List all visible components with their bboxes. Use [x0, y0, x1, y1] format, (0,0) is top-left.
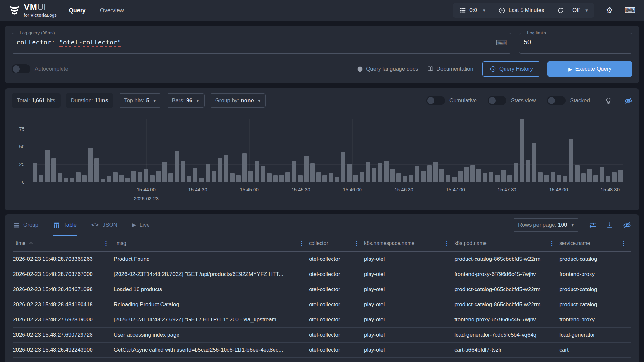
chart-bar[interactable]	[433, 162, 438, 182]
chart-bar[interactable]	[390, 169, 395, 182]
chart-bar[interactable]	[470, 165, 475, 182]
auto-refresh-selector[interactable]: Off ▾	[571, 7, 594, 14]
view-tab-group[interactable]: Group	[13, 214, 38, 236]
chart-bar[interactable]	[162, 162, 167, 182]
chart-bar[interactable]	[187, 176, 191, 182]
column-menu-icon[interactable]: ⋮	[444, 240, 454, 247]
chart-bar[interactable]	[427, 165, 432, 182]
table-row[interactable]: 2026-02-23 15:48:28.484190418Reloading P…	[13, 297, 631, 312]
view-tab-json[interactable]: <> JSON	[91, 214, 117, 236]
chart-bar[interactable]	[218, 158, 222, 182]
chart-bar[interactable]	[51, 158, 56, 182]
chart-bar[interactable]	[255, 161, 259, 182]
table-row[interactable]: 2026-02-23 15:48:26.488160400AddItemAsyn…	[13, 358, 631, 362]
chart-bar[interactable]	[45, 150, 50, 182]
chart-bar[interactable]	[119, 175, 124, 182]
shortcut-keys-button[interactable]: ⌨	[624, 6, 636, 14]
query-keyboard-icon[interactable]: ⌨	[496, 39, 507, 47]
chart-bar[interactable]	[261, 166, 265, 182]
table-row[interactable]: 2026-02-23 15:48:27.692819000[2026-02-23…	[13, 312, 631, 328]
chart-bar[interactable]	[156, 171, 161, 182]
settings-button[interactable]: ⚙	[606, 6, 613, 14]
query-language-docs-link[interactable]: Query language docs	[357, 66, 418, 72]
chart-bar[interactable]	[396, 173, 401, 182]
toggle-track[interactable]	[12, 64, 30, 73]
chart-bar[interactable]	[557, 175, 561, 182]
chart-bar[interactable]	[304, 156, 309, 182]
chart-bar[interactable]	[446, 175, 450, 182]
chart-bar[interactable]	[150, 175, 154, 182]
chart-bar[interactable]	[131, 171, 136, 182]
documentation-link[interactable]: Documentation	[427, 66, 473, 72]
rows-per-page-dropdown[interactable]: Rows per page: 100▾	[513, 218, 579, 232]
toggle-stacked[interactable]: Stacked	[547, 96, 590, 105]
chart-bar[interactable]	[125, 178, 130, 182]
table-row[interactable]: 2026-02-23 15:48:27.690729728User access…	[13, 328, 631, 343]
refresh-button[interactable]	[551, 7, 571, 14]
chart-bar[interactable]	[310, 163, 315, 182]
group-by-dropdown[interactable]: Group by: none▾	[210, 93, 266, 108]
chart-bar[interactable]	[575, 165, 580, 182]
chart-bar[interactable]	[520, 119, 524, 182]
chart-bar[interactable]	[329, 173, 333, 182]
table-row[interactable]: 2026-02-23 15:48:28.703767000[2026-02-23…	[13, 267, 631, 282]
chart-bar[interactable]	[279, 175, 284, 182]
chart-bar[interactable]	[384, 161, 389, 182]
chart-bar[interactable]	[514, 163, 518, 182]
chart-bar[interactable]	[70, 178, 74, 182]
column-menu-icon[interactable]: ⋮	[103, 240, 114, 247]
chart-bar[interactable]	[366, 162, 370, 182]
log-limits-value[interactable]: 50	[524, 38, 628, 46]
chart-bar[interactable]	[563, 176, 567, 182]
chart-bar[interactable]	[421, 171, 426, 182]
log-query-input[interactable]: Log query (98ms) collector: "otel-collec…	[12, 30, 511, 54]
hide-columns-button[interactable]	[623, 221, 631, 229]
column-menu-icon[interactable]: ⋮	[549, 240, 559, 247]
chart-bar[interactable]	[101, 179, 105, 182]
chart-bar[interactable]	[458, 171, 463, 182]
chart-bar[interactable]	[175, 151, 179, 182]
chart-bar[interactable]	[322, 175, 327, 182]
view-tab-live[interactable]: ▶ Live	[132, 214, 150, 236]
chart-bar[interactable]	[273, 175, 278, 182]
bars-dropdown[interactable]: Bars: 96▾	[167, 93, 205, 108]
hide-chart-button[interactable]	[624, 97, 632, 105]
chart-bar[interactable]	[476, 169, 481, 182]
log-query-value[interactable]: collector: "otel-collector"	[16, 38, 506, 46]
tips-button[interactable]	[605, 97, 612, 104]
chart-bar[interactable]	[341, 152, 345, 182]
chart-bar[interactable]	[33, 163, 37, 182]
autocomplete-toggle[interactable]: Autocomplete	[12, 64, 68, 73]
chart-bar[interactable]	[600, 167, 604, 182]
nav-tab-overview[interactable]: Overview	[100, 7, 124, 14]
chart-bar[interactable]	[538, 172, 543, 182]
chart-bar[interactable]	[144, 169, 148, 182]
chart-bar[interactable]	[292, 161, 296, 182]
chart-bar[interactable]	[212, 171, 216, 182]
chart-bar[interactable]	[58, 173, 62, 182]
chart-bar[interactable]	[193, 168, 197, 182]
chart-bar[interactable]	[593, 175, 598, 182]
query-history-button[interactable]: Query History	[482, 61, 540, 77]
download-button[interactable]	[606, 221, 613, 229]
chart-bar[interactable]	[267, 173, 272, 182]
column-header-_msg[interactable]: _msg ⋮	[114, 236, 309, 252]
top-hits-dropdown[interactable]: Top hits: 5▾	[119, 93, 161, 108]
column-header-k8s.pod.name[interactable]: k8s.pod.name ⋮	[454, 236, 559, 252]
chart-bar[interactable]	[551, 172, 555, 182]
chart-bar[interactable]	[316, 172, 321, 182]
app-logo[interactable]: VMUI for VictoriaLogs	[8, 3, 57, 18]
table-row[interactable]: 2026-02-23 15:48:26.492243900GetCartAsyn…	[13, 343, 631, 358]
chart-bar[interactable]	[439, 169, 444, 182]
chart-bar[interactable]	[532, 143, 536, 182]
nav-tab-query[interactable]: Query	[69, 7, 86, 14]
chart-bar[interactable]	[489, 172, 493, 182]
time-range-selector[interactable]: Last 5 Minutes	[492, 7, 551, 14]
chart-bar[interactable]	[507, 175, 512, 182]
chart-bar[interactable]	[168, 173, 173, 182]
chart-bar[interactable]	[335, 177, 339, 182]
column-header-collector[interactable]: collector ⋮	[309, 236, 364, 252]
chart-bar[interactable]	[298, 175, 302, 182]
chart-bar[interactable]	[181, 161, 185, 182]
chart-bar[interactable]	[587, 169, 592, 182]
